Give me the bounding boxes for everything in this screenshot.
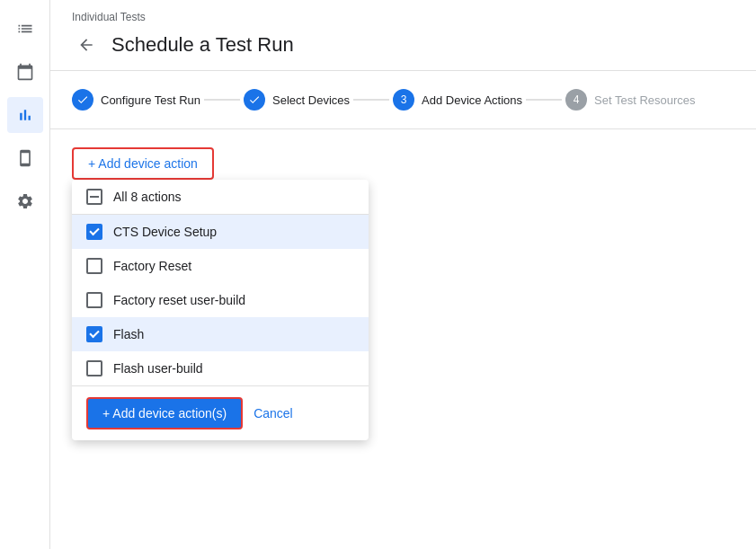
step-circle-1: [72, 89, 93, 111]
steps-bar: Configure Test Run Select Devices 3 Add …: [50, 71, 756, 129]
step-label-3: Add Device Actions: [422, 93, 522, 107]
step-circle-2: [244, 89, 265, 111]
step-label-2: Select Devices: [272, 93, 350, 107]
dropdown-item-all[interactable]: All 8 actions: [72, 180, 369, 215]
check-mark-flash: [89, 328, 99, 338]
back-button[interactable]: [72, 31, 101, 59]
checkbox-factory-reset-user: [86, 292, 102, 308]
dropdown-item-factory-reset[interactable]: Factory Reset: [72, 249, 369, 283]
checkbox-flash-user: [86, 360, 102, 376]
step-add-device-actions: 3 Add Device Actions: [393, 89, 522, 111]
step-configure: Configure Test Run: [72, 89, 200, 111]
step-select-devices: Select Devices: [244, 89, 350, 111]
page-title: Schedule a Test Run: [111, 33, 294, 57]
step-label-1: Configure Test Run: [101, 93, 200, 107]
sidebar-item-tasks[interactable]: [7, 11, 43, 47]
sidebar-item-analytics[interactable]: [7, 97, 43, 133]
check-mark-cts: [89, 226, 99, 235]
sidebar-item-calendar[interactable]: [7, 54, 43, 90]
main-content: Individual Tests Schedule a Test Run Con…: [50, 0, 756, 549]
dropdown-item-label-flash-user: Flash user-build: [113, 361, 203, 376]
action-dropdown: All 8 actions CTS Device Setup Factory R…: [72, 180, 369, 440]
sidebar: [0, 0, 50, 549]
dropdown-item-label-all: All 8 actions: [113, 190, 181, 204]
connector-1: [204, 99, 240, 101]
dropdown-item-label-factory-reset-user: Factory reset user-build: [113, 293, 245, 307]
checkbox-flash: [86, 326, 102, 342]
step-set-test-resources: 4 Set Test Resources: [565, 89, 695, 111]
content-area: + Add device action All 8 actions: [50, 129, 756, 549]
dropdown-footer: + Add device action(s) Cancel: [72, 385, 369, 440]
step-circle-4: 4: [565, 89, 587, 111]
page-header: Schedule a Test Run: [50, 27, 756, 71]
dropdown-item-flash[interactable]: Flash: [72, 317, 369, 351]
dropdown-item-label-factory-reset: Factory Reset: [113, 259, 191, 273]
checkbox-factory-reset: [86, 258, 102, 274]
indeterminate-mark: [90, 196, 99, 198]
dropdown-item-factory-reset-user[interactable]: Factory reset user-build: [72, 283, 369, 317]
connector-2: [353, 99, 389, 101]
connector-3: [526, 99, 562, 101]
dropdown-item-flash-user[interactable]: Flash user-build: [72, 351, 369, 385]
sidebar-item-settings[interactable]: [7, 183, 43, 219]
dropdown-list: All 8 actions CTS Device Setup Factory R…: [72, 180, 369, 385]
cancel-button[interactable]: Cancel: [253, 406, 293, 421]
add-device-action-button[interactable]: + Add device action: [72, 147, 214, 180]
dropdown-item-label-flash: Flash: [113, 327, 144, 341]
checkbox-all: [86, 189, 102, 205]
breadcrumb: Individual Tests: [50, 0, 756, 27]
sidebar-item-device[interactable]: [7, 140, 43, 176]
step-circle-3: 3: [393, 89, 414, 111]
add-device-actions-button[interactable]: + Add device action(s): [86, 397, 243, 429]
dropdown-item-cts[interactable]: CTS Device Setup: [72, 215, 369, 249]
dropdown-item-label-cts: CTS Device Setup: [113, 225, 217, 239]
checkbox-cts: [86, 224, 102, 240]
step-label-4: Set Test Resources: [594, 93, 695, 107]
